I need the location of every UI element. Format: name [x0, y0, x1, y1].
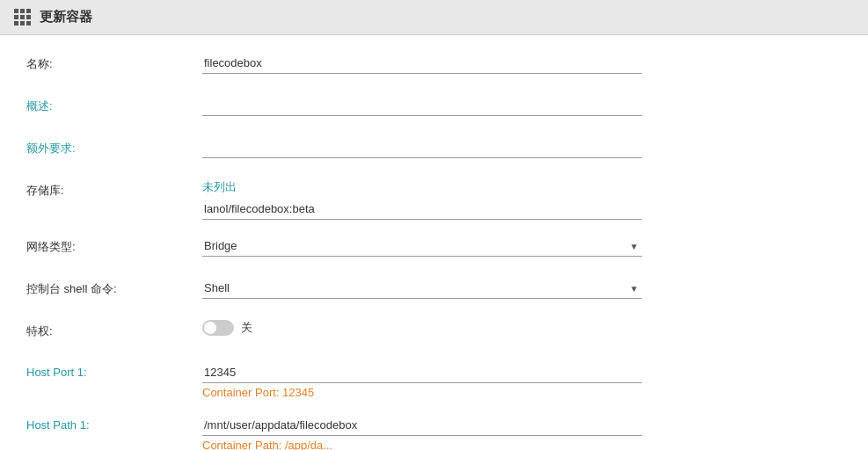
host-path-hint: Container Path: /app/da...: [202, 439, 642, 450]
summary-label: 概述:: [26, 95, 202, 114]
repo-row: 存储库: 未列出: [26, 179, 842, 220]
extra-req-input-col: [202, 137, 642, 158]
page-header: 更新容器: [0, 0, 868, 35]
name-input-col: [202, 53, 642, 74]
name-label: 名称:: [26, 53, 202, 72]
network-type-label: 网络类型:: [26, 236, 202, 255]
shell-cmd-input-col: Shell Bash sh ▼: [202, 278, 642, 299]
summary-row: 概述:: [26, 95, 842, 121]
host-port-label: Host Port 1:: [26, 362, 202, 379]
repo-input[interactable]: [202, 199, 642, 220]
shell-cmd-select[interactable]: Shell Bash sh: [202, 278, 642, 298]
host-port-input[interactable]: [202, 362, 642, 383]
summary-input[interactable]: [202, 95, 642, 116]
unlisted-link[interactable]: 未列出: [202, 180, 237, 193]
host-path-label: Host Path 1:: [26, 415, 202, 432]
network-type-select-wrapper: Bridge Host None ▼: [202, 236, 642, 257]
privilege-toggle-row: 关: [202, 320, 642, 336]
shell-cmd-select-wrapper: Shell Bash sh ▼: [202, 278, 642, 299]
name-input[interactable]: [202, 53, 642, 74]
shell-cmd-row: 控制台 shell 命令: Shell Bash sh ▼: [26, 278, 842, 304]
privilege-row: 特权: 关: [26, 320, 842, 346]
privilege-label: 特权:: [26, 320, 202, 339]
privilege-toggle-label: 关: [241, 320, 252, 336]
host-port-row: Host Port 1: Container Port: 12345: [26, 362, 842, 399]
repo-label: 存储库:: [26, 179, 202, 199]
form-content: 名称: 概述: 额外要求: 存储库: 未列出 网络类型:: [0, 35, 868, 450]
shell-cmd-label: 控制台 shell 命令:: [26, 278, 202, 297]
host-path-input[interactable]: [202, 415, 642, 436]
privilege-input-col: 关: [202, 320, 642, 336]
page-title: 更新容器: [40, 9, 92, 25]
host-port-input-col: Container Port: 12345: [202, 362, 642, 399]
extra-req-input[interactable]: [202, 137, 642, 158]
grid-icon: [14, 9, 31, 25]
name-row: 名称:: [26, 53, 842, 79]
extra-req-label: 额外要求:: [26, 137, 202, 156]
repo-input-col: 未列出: [202, 179, 642, 220]
host-path-input-col: Container Path: /app/da...: [202, 415, 642, 450]
privilege-toggle[interactable]: [202, 320, 234, 336]
host-path-row: Host Path 1: Container Path: /app/da...: [26, 415, 842, 450]
network-type-input-col: Bridge Host None ▼: [202, 236, 642, 257]
network-type-row: 网络类型: Bridge Host None ▼: [26, 236, 842, 262]
extra-req-row: 额外要求:: [26, 137, 842, 163]
summary-input-col: [202, 95, 642, 116]
network-type-select[interactable]: Bridge Host None: [202, 236, 642, 256]
host-port-hint: Container Port: 12345: [202, 386, 642, 399]
